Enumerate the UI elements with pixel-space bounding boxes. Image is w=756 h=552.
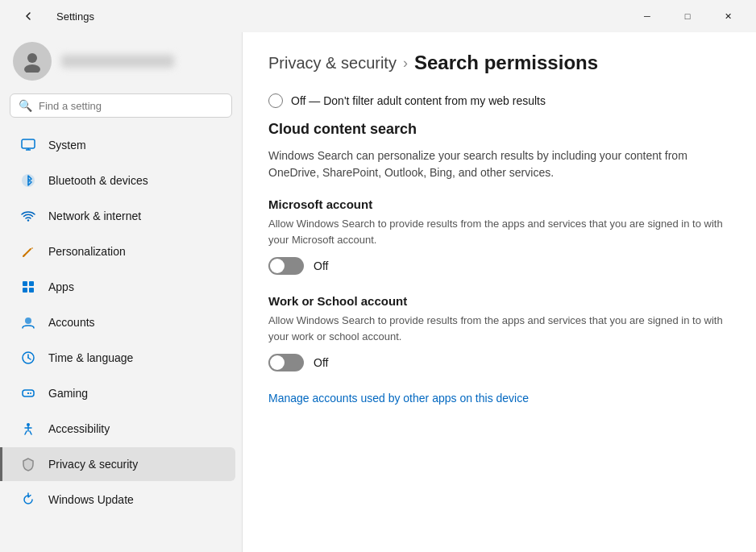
breadcrumb: Privacy & security › Search permissions: [268, 52, 730, 74]
sidebar-item-time[interactable]: Time & language: [6, 341, 235, 375]
svg-rect-9: [23, 281, 27, 286]
sidebar-label-apps: Apps: [48, 280, 74, 293]
filter-option-off: Off — Don't filter adult content from my…: [268, 93, 730, 108]
sidebar-item-personalization[interactable]: Personalization: [6, 234, 235, 268]
sidebar-item-system[interactable]: System: [6, 128, 235, 162]
back-button[interactable]: [10, 3, 47, 29]
bluetooth-icon: [19, 172, 37, 189]
sidebar-label-time: Time & language: [48, 351, 133, 364]
sidebar-item-gaming[interactable]: Gaming: [6, 376, 235, 410]
accounts-icon: [19, 313, 37, 331]
privacy-icon: [19, 455, 37, 473]
microsoft-toggle[interactable]: [268, 257, 304, 275]
work-account-title: Work or School account: [268, 294, 730, 308]
app-body: 🔍 System Bluetooth & devices Network & i…: [0, 32, 756, 552]
svg-line-8: [23, 255, 25, 256]
sidebar-label-accounts: Accounts: [48, 316, 95, 329]
svg-rect-10: [29, 281, 34, 286]
avatar: [13, 42, 52, 81]
cloud-section: Cloud content search Windows Search can …: [268, 121, 730, 181]
minimize-button[interactable]: ─: [629, 3, 666, 29]
apps-icon: [19, 278, 37, 296]
sidebar-item-apps[interactable]: Apps: [6, 270, 235, 304]
sidebar-label-accessibility: Accessibility: [48, 422, 110, 435]
filter-radio-off[interactable]: [268, 93, 283, 108]
sidebar-item-update[interactable]: Windows Update: [6, 483, 235, 517]
user-name: [61, 55, 174, 68]
update-icon: [19, 491, 37, 508]
time-icon: [19, 349, 37, 367]
sidebar-item-accounts[interactable]: Accounts: [6, 305, 235, 339]
breadcrumb-current: Search permissions: [414, 52, 598, 74]
work-toggle[interactable]: [268, 354, 304, 371]
sidebar-item-privacy[interactable]: Privacy & security: [0, 447, 235, 481]
sidebar-item-accessibility[interactable]: Accessibility: [6, 412, 235, 446]
personalization-icon: [19, 243, 37, 260]
svg-line-24: [25, 431, 27, 434]
filter-label-off: Off — Don't filter adult content from my…: [291, 94, 546, 107]
system-icon: [19, 136, 37, 154]
svg-rect-2: [22, 139, 35, 148]
titlebar: Settings ─ □ ✕: [0, 0, 756, 32]
user-section: [0, 32, 242, 93]
sidebar-label-update: Windows Update: [48, 493, 134, 506]
svg-line-16: [28, 358, 31, 359]
cloud-section-desc: Windows Search can personalize your sear…: [268, 147, 730, 181]
sidebar-label-personalization: Personalization: [48, 245, 126, 258]
svg-rect-11: [23, 288, 27, 293]
svg-point-6: [27, 219, 29, 221]
maximize-button[interactable]: □: [669, 3, 706, 29]
accessibility-icon: [19, 420, 37, 438]
microsoft-toggle-row: ➜ Off: [268, 257, 730, 275]
sidebar-label-network: Network & internet: [48, 210, 141, 222]
sidebar-item-bluetooth[interactable]: Bluetooth & devices: [6, 164, 235, 197]
titlebar-title: Settings: [56, 10, 94, 23]
svg-line-25: [30, 431, 31, 434]
search-icon: 🔍: [19, 99, 32, 112]
work-toggle-knob: [270, 355, 285, 370]
svg-point-13: [25, 318, 31, 324]
svg-point-0: [27, 53, 37, 63]
sidebar-label-system: System: [48, 139, 86, 151]
svg-point-20: [30, 392, 31, 394]
breadcrumb-separator: ›: [403, 55, 408, 72]
section-content: Off — Don't filter adult content from my…: [268, 93, 730, 405]
network-icon: [19, 207, 37, 225]
work-account-desc: Allow Windows Search to provide results …: [268, 313, 730, 344]
titlebar-left: Settings: [10, 3, 94, 29]
work-toggle-label: Off: [314, 356, 328, 369]
search-box[interactable]: 🔍: [10, 93, 232, 118]
microsoft-toggle-knob: [270, 259, 285, 273]
svg-point-1: [24, 64, 40, 73]
microsoft-account-title: Microsoft account: [268, 197, 730, 211]
sidebar-label-privacy: Privacy & security: [48, 458, 138, 471]
microsoft-toggle-label: Off: [314, 259, 328, 272]
sidebar-item-network[interactable]: Network & internet: [6, 199, 235, 233]
close-button[interactable]: ✕: [709, 3, 746, 29]
search-input[interactable]: [39, 100, 223, 112]
sidebar: 🔍 System Bluetooth & devices Network & i…: [0, 32, 242, 552]
svg-rect-12: [29, 288, 34, 293]
work-toggle-row: Off: [268, 354, 730, 371]
microsoft-account-section: Microsoft account Allow Windows Search t…: [268, 197, 730, 275]
microsoft-account-desc: Allow Windows Search to provide results …: [268, 216, 730, 247]
gaming-icon: [19, 384, 37, 402]
sidebar-label-bluetooth: Bluetooth & devices: [48, 174, 148, 187]
work-account-section: Work or School account Allow Windows Sea…: [268, 294, 730, 371]
cloud-section-title: Cloud content search: [268, 121, 730, 138]
breadcrumb-parent: Privacy & security: [268, 54, 397, 73]
sidebar-label-gaming: Gaming: [48, 387, 88, 400]
manage-accounts-link[interactable]: Manage accounts used by other apps on th…: [268, 392, 529, 405]
main-content: Privacy & security › Search permissions …: [242, 32, 756, 552]
red-arrow-indicator: ➜: [242, 264, 244, 297]
titlebar-controls: ─ □ ✕: [629, 3, 746, 29]
